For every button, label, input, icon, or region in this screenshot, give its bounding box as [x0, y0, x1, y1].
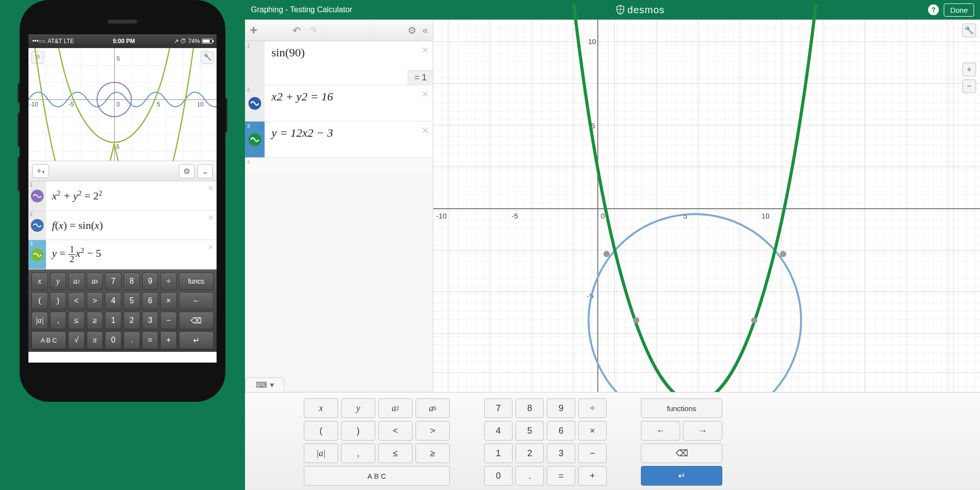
key-x[interactable]: x — [304, 398, 338, 418]
wave-icon-blue[interactable] — [248, 97, 261, 110]
d-expr-1[interactable]: 1 sin(90) = 1 × — [245, 41, 433, 85]
collapse-button[interactable]: ⌄ — [197, 164, 213, 178]
wave-icon-green[interactable] — [31, 248, 44, 261]
close-icon[interactable]: × — [422, 88, 429, 100]
key-3[interactable]: 3 — [142, 312, 159, 329]
key-funcs[interactable]: funcs — [179, 272, 214, 290]
key-x[interactable]: x — [31, 272, 48, 290]
redo-icon[interactable]: ↷ — [309, 24, 317, 36]
key-2[interactable]: 2 — [515, 443, 544, 463]
key-comma[interactable]: , — [50, 312, 67, 329]
close-icon[interactable]: × — [422, 44, 429, 56]
key-ge[interactable]: ≥ — [87, 312, 103, 329]
key-6[interactable]: 6 — [547, 421, 575, 441]
key-lt[interactable]: < — [68, 292, 85, 310]
key-pi[interactable]: π — [87, 331, 103, 349]
done-button[interactable]: Done — [944, 3, 974, 17]
key-0[interactable]: 0 — [484, 466, 513, 486]
settings-button[interactable]: ⚙ — [179, 164, 195, 178]
key-abs[interactable]: |a| — [31, 312, 48, 329]
key-8[interactable]: 8 — [515, 398, 544, 418]
key-divide[interactable]: ÷ — [578, 398, 607, 418]
key-ge[interactable]: ≥ — [416, 443, 450, 463]
key-4[interactable]: 4 — [484, 421, 513, 441]
key-a-squared[interactable]: a2 — [378, 398, 413, 418]
key-a-power-b[interactable]: ab — [87, 272, 103, 290]
key-enter[interactable]: ↵ — [179, 331, 214, 349]
key-right[interactable]: → — [683, 421, 722, 441]
d-expr-4-empty[interactable]: 4 — [245, 158, 433, 173]
d-expr-3[interactable]: 3 y = 12x2 − 3 × — [245, 122, 433, 158]
key-le[interactable]: ≤ — [378, 443, 413, 463]
key-lt[interactable]: < — [378, 421, 413, 441]
key-eq[interactable]: = — [142, 331, 159, 349]
key-dot[interactable]: . — [515, 466, 544, 486]
key-1[interactable]: 1 — [105, 312, 122, 329]
expr-row-2[interactable]: 2 f(x) = sin(x) × — [28, 211, 217, 240]
help-button[interactable]: ? — [928, 4, 939, 15]
key-enter[interactable]: ↵ — [641, 466, 722, 486]
key-6[interactable]: 6 — [142, 292, 159, 310]
key-4[interactable]: 4 — [105, 292, 122, 310]
key-multiply[interactable]: × — [160, 292, 177, 310]
wave-icon-blue[interactable] — [31, 219, 44, 232]
add-icon[interactable]: + — [250, 23, 257, 38]
key-sqrt[interactable]: √ — [68, 331, 85, 349]
key-left[interactable]: ← — [641, 421, 680, 441]
key-5[interactable]: 5 — [515, 421, 544, 441]
key-8[interactable]: 8 — [123, 272, 140, 290]
wrench-icon[interactable]: 🔧 — [962, 24, 976, 37]
close-icon[interactable]: × — [208, 242, 214, 252]
key-y[interactable]: y — [341, 398, 375, 418]
zoom-out-button[interactable]: − — [962, 79, 976, 93]
key-9[interactable]: 9 — [142, 272, 159, 290]
keyboard-toggle[interactable]: ⌨ ▾ — [245, 377, 284, 392]
key-abs[interactable]: |a| — [304, 443, 338, 463]
close-icon[interactable]: × — [208, 183, 214, 193]
key-abc[interactable]: A B C — [304, 466, 450, 486]
key-1[interactable]: 1 — [484, 443, 513, 463]
key-plus[interactable]: + — [160, 331, 177, 349]
key-multiply[interactable]: × — [578, 421, 607, 441]
key-backspace[interactable]: ⌫ — [179, 312, 214, 329]
collapse-icon[interactable]: « — [422, 24, 428, 36]
key-plus[interactable]: + — [578, 466, 607, 486]
desktop-graph[interactable]: -10 -5 0 5 10 10 5 -5 🔧 + − — [433, 20, 980, 392]
add-expr-button[interactable]: +▾ — [32, 164, 49, 178]
key-y[interactable]: y — [50, 272, 67, 290]
key-gt[interactable]: > — [87, 292, 103, 310]
key-0[interactable]: 0 — [105, 331, 122, 349]
phone-graph[interactable]: ≡ 🔧 -10 -5 0 5 10 5 -5 — [28, 48, 217, 161]
key-functions[interactable]: functions — [641, 398, 722, 418]
expr-row-3[interactable]: 3 y = 12x2 − 5 × — [28, 240, 217, 270]
key-lparen[interactable]: ( — [304, 421, 338, 441]
key-gt[interactable]: > — [416, 421, 450, 441]
key-lparen[interactable]: ( — [31, 292, 48, 310]
key-le[interactable]: ≤ — [68, 312, 85, 329]
undo-icon[interactable]: ↶ — [293, 24, 301, 36]
key-backspace[interactable]: ⌫ — [641, 443, 722, 463]
key-rparen[interactable]: ) — [50, 292, 67, 310]
key-minus[interactable]: − — [160, 312, 177, 329]
key-comma[interactable]: , — [341, 443, 375, 463]
key-rparen[interactable]: ) — [341, 421, 375, 441]
close-icon[interactable]: × — [208, 213, 214, 222]
gear-icon[interactable]: ⚙ — [408, 24, 416, 36]
key-eq[interactable]: = — [547, 466, 575, 486]
key-9[interactable]: 9 — [547, 398, 575, 418]
key-7[interactable]: 7 — [484, 398, 513, 418]
key-5[interactable]: 5 — [123, 292, 140, 310]
wave-icon-green[interactable] — [248, 133, 261, 146]
expr-row-1[interactable]: 1 x2 + y2 = 22 × — [28, 181, 217, 211]
key-divide[interactable]: ÷ — [160, 272, 177, 290]
wave-icon-purple[interactable] — [31, 190, 44, 202]
key-a-power-b[interactable]: ab — [416, 398, 450, 418]
close-icon[interactable]: × — [422, 124, 429, 136]
key-3[interactable]: 3 — [547, 443, 575, 463]
key-backarrow[interactable]: ← — [179, 292, 214, 310]
key-abc[interactable]: A B C — [31, 331, 66, 349]
key-2[interactable]: 2 — [123, 312, 140, 329]
zoom-in-button[interactable]: + — [962, 63, 976, 76]
key-a-squared[interactable]: a2 — [68, 272, 85, 290]
d-expr-2[interactable]: 2 x2 + y2 = 16 × — [245, 85, 433, 122]
